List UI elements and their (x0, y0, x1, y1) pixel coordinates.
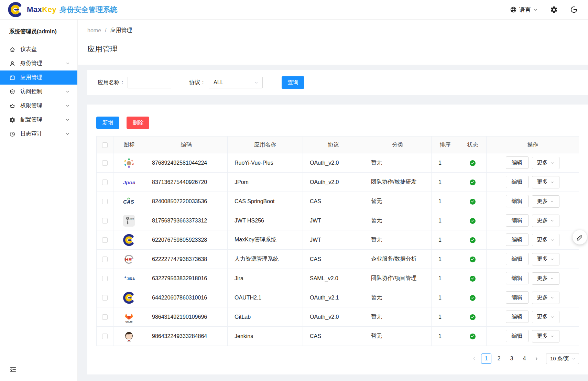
page-size-select[interactable]: 10 条/页 (546, 353, 579, 364)
language-menu[interactable]: 语言 (510, 6, 538, 14)
row-checkbox[interactable] (102, 160, 108, 166)
more-button[interactable]: 更多 (532, 330, 559, 342)
status-cell (459, 288, 487, 307)
row-checkbox[interactable] (102, 257, 108, 262)
app-icon-cell: JWT (113, 211, 145, 230)
row-select-cell (97, 250, 113, 269)
search-button[interactable]: 查询 (282, 76, 304, 89)
column-header-4: 分类 (364, 137, 432, 153)
svg-text:Jpom: Jpom (123, 179, 135, 185)
hr-logo-icon: HR (122, 253, 135, 266)
row-checkbox[interactable] (102, 314, 108, 320)
select-all-checkbox[interactable] (102, 142, 108, 148)
edit-button[interactable]: 编辑 (506, 156, 529, 169)
app-code: 622076759805923328 (145, 230, 228, 250)
more-button[interactable]: 更多 (532, 311, 559, 323)
more-button[interactable]: 更多 (532, 234, 559, 246)
previous-page-button[interactable] (470, 354, 479, 363)
sidebar-item-7[interactable]: 日志审计 (0, 127, 77, 141)
protocol-selected-value: ALL (214, 79, 223, 86)
current-user: 系统管理员(admin) (0, 20, 77, 42)
edit-button[interactable]: 编辑 (506, 291, 529, 304)
floating-tool-button[interactable] (573, 230, 587, 244)
edit-button[interactable]: 编辑 (506, 176, 529, 188)
app-name-filter-input[interactable] (128, 77, 171, 88)
edit-button[interactable]: 编辑 (506, 253, 529, 265)
app-sort: 1 (432, 250, 459, 269)
edit-button[interactable]: 编辑 (506, 214, 529, 227)
applications-table: 图标编码应用名称协议分类排序状态操作 876892492581044224Ruo… (96, 136, 579, 346)
add-button[interactable]: 新增 (96, 117, 119, 129)
table-row: 876892492581044224RuoYi-Vue-PlusOAuth_v2… (97, 153, 579, 173)
row-checkbox[interactable] (102, 276, 108, 281)
app-protocol: CAS (303, 192, 364, 211)
row-checkbox[interactable] (102, 218, 108, 224)
more-label: 更多 (537, 313, 548, 320)
actions-cell: 编辑更多 (487, 173, 579, 192)
row-checkbox[interactable] (102, 237, 108, 243)
pen-wand-icon (576, 234, 584, 241)
status-cell (459, 173, 487, 192)
app-sort: 1 (432, 192, 459, 211)
edit-button[interactable]: 编辑 (506, 330, 529, 342)
actions-cell: 编辑更多 (487, 288, 579, 307)
page-number-1[interactable]: 1 (481, 353, 491, 364)
svg-text:GitLab: GitLab (126, 320, 133, 323)
row-checkbox[interactable] (102, 334, 108, 339)
breadcrumb-home[interactable]: home (87, 28, 101, 34)
chevron-down-icon (254, 80, 259, 85)
page-number-3[interactable]: 3 (507, 353, 517, 364)
table-panel: 新增 删除 图标编码应用名称协议分类排序状态操作 876892492581044… (87, 105, 588, 374)
protocol-select[interactable]: ALL (209, 77, 263, 88)
sidebar-item-3[interactable]: 应用管理 (0, 70, 77, 85)
app-protocol: SAML_v2.0 (303, 269, 364, 288)
status-enabled-icon (470, 314, 476, 320)
column-header-1: 编码 (145, 137, 228, 153)
chevron-down-icon (65, 132, 70, 136)
delete-button[interactable]: 删除 (127, 117, 149, 129)
app-sort: 1 (432, 173, 459, 192)
more-button[interactable]: 更多 (532, 157, 559, 169)
app-icon-cell (113, 327, 145, 346)
edit-button[interactable]: 编辑 (506, 272, 529, 284)
status-enabled-icon (470, 218, 476, 224)
row-checkbox[interactable] (102, 179, 108, 185)
page-number-4[interactable]: 4 (519, 353, 530, 364)
sidebar-item-2[interactable]: 身份管理 (0, 56, 77, 70)
page-number-2[interactable]: 2 (494, 353, 504, 364)
svg-text:JIRA: JIRA (127, 277, 135, 281)
more-button[interactable]: 更多 (532, 195, 559, 208)
edit-button[interactable]: 编辑 (506, 195, 529, 207)
app-protocol: OAuth_v2.0 (303, 173, 364, 192)
more-button[interactable]: 更多 (532, 215, 559, 227)
more-button[interactable]: 更多 (532, 292, 559, 304)
more-button[interactable]: 更多 (532, 176, 559, 188)
sidebar-item-label: 身份管理 (20, 60, 61, 67)
row-checkbox[interactable] (102, 199, 108, 204)
settings-button[interactable] (550, 6, 558, 13)
content: 应用名称： 协议： ALL 查询 新增 删除 (78, 65, 588, 374)
sidebar-item-1[interactable]: 仪表盘 (0, 42, 77, 56)
sidebar-item-6[interactable]: 配置管理 (0, 113, 77, 127)
logout-button[interactable] (570, 6, 578, 13)
brand-key: Key (42, 5, 56, 14)
app-code: 632279563832918016 (145, 269, 228, 288)
user-icon (9, 61, 15, 67)
edit-button[interactable]: 编辑 (506, 311, 529, 323)
more-button[interactable]: 更多 (532, 272, 559, 285)
more-button[interactable]: 更多 (532, 253, 559, 265)
app-code: 644220607860310016 (145, 288, 228, 307)
next-page-button[interactable] (532, 354, 541, 363)
collapse-sidebar-button[interactable] (9, 366, 17, 373)
app-category: 暂无 (364, 230, 432, 250)
sidebar-item-5[interactable]: 权限管理 (0, 99, 77, 113)
row-checkbox[interactable] (102, 295, 108, 301)
status-cell (459, 230, 487, 250)
chevron-right-icon (534, 356, 539, 361)
sidebar-item-4[interactable]: 访问控制 (0, 85, 77, 99)
gitlab-logo-icon: GitLab (122, 311, 135, 324)
edit-button[interactable]: 编辑 (506, 233, 529, 246)
globe-icon (510, 6, 517, 13)
gear-icon (9, 117, 15, 123)
row-select-cell (97, 307, 113, 327)
